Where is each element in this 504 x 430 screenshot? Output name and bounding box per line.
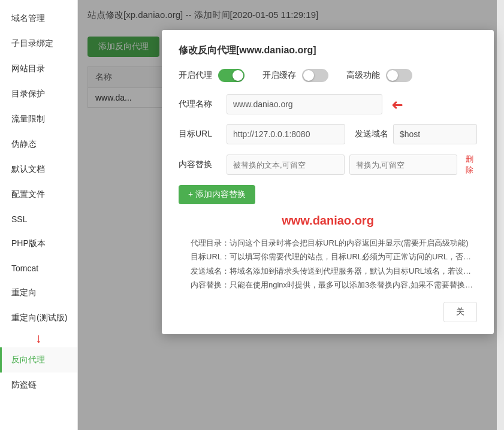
toggle-row: 开启代理 开启缓存 高级功能 <box>179 69 477 82</box>
tip-item-2: 发送域名：将域名添加到请求头传送到代理服务器，默认为目标URL域名，若设置不当可… <box>191 264 477 278</box>
sidebar-item-dirprotect[interactable]: 目录保护 <box>0 81 77 107</box>
tips-list: 代理目录：访问这个目录时将会把目标URL的内容返回并显示(需要开启高级功能) 目… <box>179 236 477 292</box>
replace-from-input[interactable] <box>227 155 345 175</box>
sidebar-item-tomcat[interactable]: Tomcat <box>0 256 77 280</box>
target-url-input[interactable] <box>227 124 345 144</box>
site-watermark: www.daniao.org <box>179 214 477 228</box>
target-url-label: 目标URL <box>179 129 227 140</box>
sidebar-arrow-container: ↓ <box>0 331 77 346</box>
modal-footer: 关 <box>179 302 477 322</box>
modal-title: 修改反向代理[www.daniao.org] <box>179 44 477 57</box>
target-url-row: 目标URL 发送域名 <box>179 124 477 144</box>
delete-replace-button[interactable]: 删除 <box>462 154 477 175</box>
toggle-cache-knob <box>303 70 314 81</box>
sidebar-item-domain[interactable]: 域名管理 <box>0 6 77 31</box>
toggle-cache-group: 开启缓存 <box>262 69 328 82</box>
send-domain-label: 发送域名 <box>355 129 388 140</box>
toggle-proxy-knob <box>233 70 243 81</box>
toggle-proxy-label: 开启代理 <box>179 70 212 81</box>
scrollbar[interactable] <box>497 0 504 430</box>
proxy-name-input[interactable] <box>227 94 382 114</box>
sidebar-item-static[interactable]: 伪静态 <box>0 132 77 157</box>
toggle-advanced-knob <box>387 70 398 81</box>
content-area: 站点修改[xp.daniao.org] -- 添加时间[2020-01-05 1… <box>78 0 497 430</box>
sidebar-item-phpversion[interactable]: PHP版本 <box>0 231 77 256</box>
toggle-advanced-switch[interactable] <box>386 69 412 82</box>
sidebar-item-reverse-proxy[interactable]: 反向代理 <box>0 347 77 373</box>
close-button[interactable]: 关 <box>443 302 477 322</box>
down-arrow-icon: ↓ <box>0 331 77 346</box>
red-arrow-icon: ➜ <box>391 96 403 113</box>
toggle-proxy-switch[interactable] <box>218 69 245 82</box>
toggle-cache-switch[interactable] <box>302 69 328 82</box>
main-container: 域名管理 子目录绑定 网站目录 目录保护 流量限制 伪静态 默认文档 配置文件 … <box>0 0 504 430</box>
sidebar-item-hotlink[interactable]: 防盗链 <box>0 373 77 398</box>
content-replace-label: 内容替换 <box>179 159 227 170</box>
sidebar-item-defaultdoc[interactable]: 默认文档 <box>0 157 77 182</box>
proxy-name-label: 代理名称 <box>179 99 227 110</box>
add-replace-button[interactable]: + 添加内容替换 <box>179 185 255 204</box>
toggle-advanced-label: 高级功能 <box>346 70 380 81</box>
toggle-proxy-group: 开启代理 <box>179 69 245 82</box>
sidebar-item-configfile[interactable]: 配置文件 <box>0 182 77 207</box>
replace-to-input[interactable] <box>349 155 457 175</box>
content-replace-row: 内容替换 删除 <box>179 154 477 175</box>
sidebar-item-redirect-test[interactable]: 重定向(测试版) <box>0 305 77 331</box>
sidebar-item-ssl[interactable]: SSL <box>0 207 77 231</box>
toggle-advanced-group: 高级功能 <box>346 69 412 82</box>
sidebar-item-redirect[interactable]: 重定向 <box>0 280 77 305</box>
sidebar: 域名管理 子目录绑定 网站目录 目录保护 流量限制 伪静态 默认文档 配置文件 … <box>0 0 78 430</box>
tip-item-3: 内容替换：只能在使用nginx时提供，最多可以添加3条替换内容,如果不需要替换请… <box>191 278 477 292</box>
toggle-cache-label: 开启缓存 <box>262 70 296 81</box>
tip-item-1: 目标URL：可以填写你需要代理的站点，目标URL必须为可正常访问的URL，否则将… <box>191 250 477 264</box>
proxy-name-row: 代理名称 ➜ <box>179 94 477 114</box>
tip-item-0: 代理目录：访问这个目录时将会把目标URL的内容返回并显示(需要开启高级功能) <box>191 236 477 250</box>
sidebar-item-subdir[interactable]: 子目录绑定 <box>0 31 77 56</box>
sidebar-item-ratelimit[interactable]: 流量限制 <box>0 107 77 132</box>
sidebar-item-sitemap[interactable]: 网站目录 <box>0 56 77 81</box>
modal-dialog: 修改反向代理[www.daniao.org] 开启代理 开启缓存 高级功能 <box>162 30 494 334</box>
send-domain-input[interactable] <box>393 124 477 144</box>
